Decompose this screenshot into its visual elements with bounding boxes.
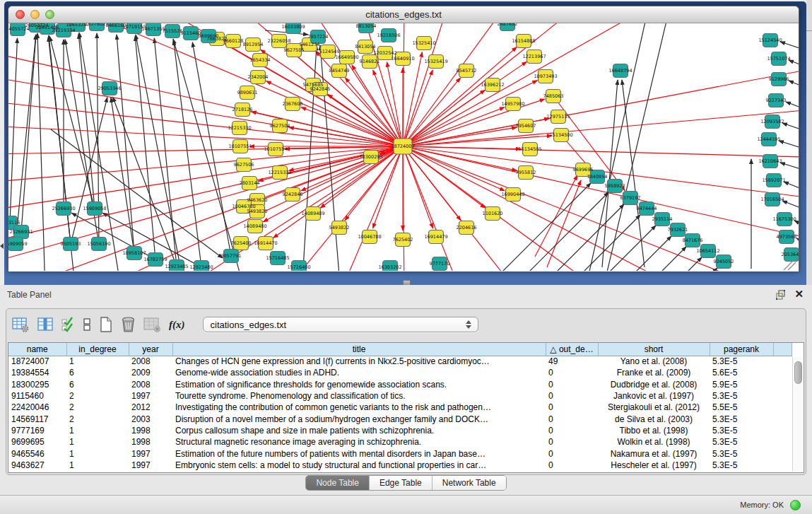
table-scrollbar[interactable] (792, 357, 803, 472)
graph-node-label: 15751074 (767, 56, 790, 62)
table-row[interactable]: 1830029562008Estimation of significance … (8, 379, 792, 390)
graph-edge[interactable] (789, 81, 799, 94)
cell-year: 1998 (129, 425, 172, 436)
new-document-icon[interactable] (99, 316, 113, 333)
graph-node-label: 2053644 (782, 252, 799, 257)
cell-out_degree: 49 (546, 356, 598, 367)
graph-node-label: 16782759 (143, 257, 167, 262)
graph-edge[interactable] (8, 76, 403, 146)
graph-node-label: 15909059 (8, 241, 28, 247)
cell-year: 1997 (129, 460, 172, 471)
table-selector-dropdown[interactable]: citations_edges.txt (203, 317, 478, 332)
cell-year: 2009 (129, 367, 172, 378)
column-header-year[interactable]: year (129, 343, 172, 356)
stack-squares-icon[interactable] (83, 317, 91, 332)
graph-edge[interactable] (10, 38, 17, 223)
graph-edge[interactable] (779, 141, 799, 154)
graph-edge[interactable] (316, 52, 403, 146)
column-header-in_degree[interactable]: in_degree (66, 343, 129, 356)
table-row[interactable]: 977716911998Corpus callosum shape and si… (8, 425, 792, 436)
graph-node-label: 12215334 (268, 170, 291, 175)
close-panel-icon[interactable]: ✕ (794, 288, 804, 300)
network-graph-svg[interactable]: 1872400715134505895460714957980163962128… (8, 23, 799, 271)
memory-status-indicator[interactable] (790, 500, 801, 510)
graph-node-label: 25266930 (52, 206, 75, 211)
function-builder-icon[interactable]: f(x) (169, 319, 185, 331)
graph-node-label: 12093582 (760, 119, 784, 124)
table-row[interactable]: 946554611997Estimation of the future num… (8, 448, 792, 459)
table-row[interactable]: 911546021997Tourette syndrome. Phenomeno… (8, 390, 792, 402)
scrollbar-thumb[interactable] (794, 361, 802, 384)
graph-edge[interactable] (192, 42, 231, 256)
graph-edge[interactable] (655, 247, 686, 271)
graph-edge[interactable] (37, 33, 45, 271)
graph-edge[interactable] (49, 37, 95, 209)
graph-edge[interactable] (173, 39, 245, 271)
graph-edge[interactable] (681, 257, 702, 271)
graph-edge[interactable] (789, 60, 799, 73)
zoom-window-button[interactable] (45, 10, 54, 19)
panel-collapse-arrow-icon[interactable] (0, 243, 4, 249)
graph-edge[interactable] (588, 23, 648, 271)
graph-edge[interactable] (780, 163, 799, 175)
column-header-short[interactable]: short (598, 343, 710, 356)
graph-edge[interactable] (403, 108, 799, 146)
graph-edge[interactable] (782, 123, 799, 136)
graph-edge[interactable] (21, 35, 36, 232)
tab-edge-table[interactable]: Edge Table (370, 476, 433, 490)
delete-trash-icon[interactable] (121, 316, 136, 333)
graph-edge[interactable] (403, 78, 461, 146)
table-row[interactable]: 2242004622012Investigating the contribut… (8, 402, 792, 413)
cell-pagerank: 5.3E-5 (710, 448, 773, 459)
graph-edge[interactable] (786, 102, 799, 115)
graph-edge[interactable] (111, 98, 134, 253)
graph-edge[interactable] (117, 35, 134, 253)
graph-edge[interactable] (794, 221, 799, 234)
cell-in_degree: 2 (66, 390, 129, 402)
graph-edge[interactable] (320, 45, 341, 271)
network-canvas[interactable]: 1872400715134505895460714957980163962128… (8, 23, 799, 271)
graph-edge[interactable] (606, 23, 669, 271)
graph-edge[interactable] (577, 215, 640, 271)
cell-pagerank: 5.3E-5 (710, 413, 773, 424)
select-rows-icon[interactable] (61, 317, 75, 332)
graph-edge[interactable] (78, 34, 95, 209)
table-row[interactable]: 946362711997Embryonic stem cells: a mode… (8, 460, 792, 471)
graph-edge[interactable] (403, 146, 799, 158)
cell-short: Wolkin et al. (1998) (598, 436, 710, 448)
cell-out_degree: 0 (546, 379, 598, 390)
graph-edge[interactable] (341, 146, 403, 271)
column-header-title[interactable]: title (172, 343, 546, 356)
table-row[interactable]: 1872400712008Changes of HCN gene express… (8, 356, 792, 367)
tab-node-table[interactable]: Node Table (306, 476, 370, 490)
close-window-button[interactable] (16, 10, 25, 19)
graph-edge[interactable] (622, 80, 645, 267)
cell-in_degree: 1 (66, 460, 129, 471)
graph-node-label: 9242845 (310, 86, 331, 92)
graph-edge[interactable] (784, 182, 799, 197)
tab-network-table[interactable]: Network Table (433, 476, 506, 490)
graph-edge[interactable] (403, 146, 602, 271)
network-window-titlebar[interactable]: citations_edges.txt (8, 6, 799, 23)
graph-node-label: 16914470 (254, 240, 277, 246)
graph-edge[interactable] (604, 226, 656, 271)
graph-edge[interactable] (174, 40, 201, 267)
graph-edge[interactable] (284, 146, 403, 271)
minimize-window-button[interactable] (30, 10, 40, 19)
column-header-out_degree[interactable]: △ out_de… (546, 343, 598, 356)
graph-node-label: 14089489 (301, 211, 324, 216)
table-row[interactable]: 1456911722003Disruption of a novel membe… (8, 413, 792, 424)
graph-node-label: 15134500 (549, 132, 572, 138)
column-header-pagerank[interactable]: pagerank (710, 343, 773, 356)
graph-edge[interactable] (551, 204, 624, 271)
table-row[interactable]: 969969511998Structural magnetic resonanc… (8, 436, 792, 448)
graph-edge[interactable] (403, 70, 433, 146)
graph-edge[interactable] (135, 36, 155, 259)
graph-edge[interactable] (16, 35, 36, 244)
table-settings-icon[interactable] (12, 317, 30, 333)
column-header-name[interactable]: name (8, 343, 66, 356)
graph-node-label: 19218506 (377, 33, 400, 38)
table-row[interactable]: 1938455462009Genome-wide association stu… (8, 367, 792, 378)
float-panel-icon[interactable] (775, 289, 787, 300)
show-column-icon[interactable] (37, 317, 54, 333)
